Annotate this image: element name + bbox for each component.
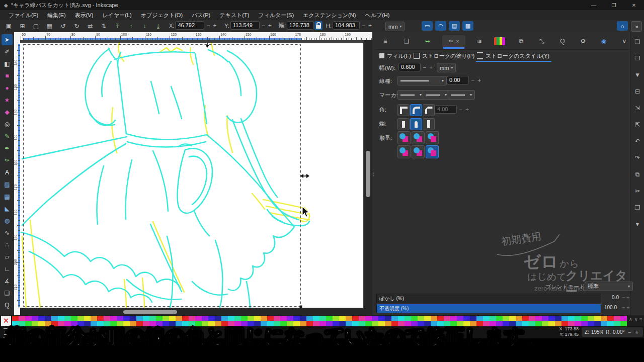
- horizontal-ruler[interactable]: 60708090100110120130140150160170180190: [14, 32, 372, 40]
- palette-swatch[interactable]: [45, 316, 51, 321]
- calligraphy-tool[interactable]: ✑: [2, 155, 13, 166]
- palette-swatch[interactable]: [176, 316, 182, 321]
- scale-handle-arrow-top[interactable]: [206, 43, 209, 48]
- height-increment[interactable]: +: [367, 22, 373, 29]
- palette-swatch[interactable]: [267, 316, 274, 321]
- height-decrement[interactable]: −: [361, 22, 366, 29]
- tweak-tool[interactable]: ∿: [2, 227, 13, 238]
- paint-order-button-4[interactable]: [397, 145, 411, 158]
- lower-to-bottom-icon[interactable]: ⤓: [151, 21, 165, 32]
- menu-item-9[interactable]: ヘルプ(H): [360, 11, 394, 20]
- horizontal-scrollbar-thumb[interactable]: [123, 310, 177, 314]
- dash-offset-value[interactable]: 0.00: [447, 76, 469, 84]
- palette-swatch[interactable]: [385, 316, 391, 321]
- vertical-scrollbar-thumb[interactable]: [366, 151, 370, 197]
- opacity-increment[interactable]: +: [626, 304, 629, 310]
- palette-swatch[interactable]: [411, 316, 418, 321]
- more-dialogs-icon[interactable]: ∨: [618, 35, 631, 47]
- width-spin[interactable]: 幅: 126.738: [279, 21, 314, 30]
- minimize-button[interactable]: —: [584, 0, 604, 10]
- palette-swatch[interactable]: [503, 316, 509, 321]
- palette-swatch[interactable]: [568, 316, 575, 321]
- connector-tool[interactable]: ∟: [2, 263, 13, 275]
- raise-to-top-icon[interactable]: ⤒: [111, 21, 124, 32]
- palette-swatch[interactable]: [333, 316, 339, 321]
- palette-swatch[interactable]: [319, 316, 326, 321]
- mesh-tool[interactable]: ▦: [2, 191, 13, 202]
- marker-dropdown-3[interactable]: ▾: [448, 90, 475, 100]
- palette-swatch[interactable]: [117, 316, 123, 321]
- menu-item-5[interactable]: パス(P): [187, 11, 215, 20]
- flip-vertical-icon[interactable]: ⇅: [97, 21, 111, 32]
- palette-swatch[interactable]: [378, 316, 385, 321]
- marker-dropdown-1[interactable]: ▾: [397, 90, 425, 100]
- dash-offset-increment[interactable]: +: [476, 77, 482, 84]
- menu-item-2[interactable]: 表示(V): [70, 11, 98, 20]
- miter-limit-spin[interactable]: 4.00 − +: [435, 105, 470, 114]
- pen-tool[interactable]: ✒: [2, 143, 13, 154]
- more-icon[interactable]: ▾: [632, 219, 643, 230]
- blend-mode-dropdown[interactable]: 標準 ▾: [585, 282, 633, 291]
- maximize-button[interactable]: ❐: [604, 0, 624, 10]
- marker-dropdown-2[interactable]: ▾: [423, 90, 450, 100]
- palette-swatch[interactable]: [287, 316, 293, 321]
- y-increment[interactable]: +: [267, 22, 273, 29]
- document-properties-icon[interactable]: ❏: [400, 35, 413, 47]
- palette-swatch[interactable]: [588, 316, 594, 321]
- menu-item-4[interactable]: オブジェクト(O): [136, 11, 187, 20]
- scale-patterns-toggle[interactable]: ▩: [462, 21, 473, 31]
- palette-swatch[interactable]: [398, 316, 405, 321]
- palette-swatch[interactable]: [274, 316, 280, 321]
- palette-swatch[interactable]: [12, 316, 19, 321]
- dropper-tool[interactable]: ◣: [2, 203, 13, 214]
- palette-swatch[interactable]: [463, 316, 470, 321]
- scale-stroke-toggle[interactable]: ▭: [422, 21, 433, 31]
- objects-dialog-icon[interactable]: ⧉: [515, 35, 528, 47]
- palette-swatch[interactable]: [594, 316, 601, 321]
- x-position-spin[interactable]: X: 46.792 − +: [169, 21, 217, 30]
- palette-swatch[interactable]: [339, 316, 346, 321]
- paint-order-button-2[interactable]: [412, 131, 425, 144]
- palette-swatch[interactable]: [444, 316, 450, 321]
- palette-swatch[interactable]: [614, 316, 620, 321]
- palette-swatch[interactable]: [182, 316, 189, 321]
- palette-swatch[interactable]: [215, 316, 221, 321]
- palette-swatch[interactable]: [293, 316, 300, 321]
- palette-swatch[interactable]: [300, 316, 306, 321]
- palette-swatch[interactable]: [352, 316, 359, 321]
- preferences-dialog-icon[interactable]: ⚙: [577, 35, 590, 47]
- palette-swatch[interactable]: [483, 316, 490, 321]
- zoom-tool[interactable]: Q: [2, 300, 13, 311]
- flip-horizontal-icon[interactable]: ⇄: [84, 21, 97, 32]
- palette-swatch[interactable]: [169, 316, 176, 321]
- palette-swatch[interactable]: [431, 316, 437, 321]
- eraser-tool[interactable]: ▱: [2, 251, 13, 262]
- palette-swatch[interactable]: [254, 316, 261, 321]
- y-value[interactable]: 113.549: [230, 21, 260, 30]
- rotate-cw-icon[interactable]: ↻: [70, 21, 84, 32]
- spray-tool[interactable]: ∴: [2, 239, 13, 250]
- palette-swatch[interactable]: [110, 316, 117, 321]
- rectangle-tool[interactable]: ■: [2, 70, 13, 81]
- stroke-width-increment[interactable]: +: [428, 64, 434, 71]
- palette-swatch[interactable]: [71, 316, 77, 321]
- layers-dialog-icon[interactable]: ≋: [473, 35, 486, 47]
- snap-toggle-button[interactable]: ∩: [617, 21, 628, 31]
- palette-swatch[interactable]: [202, 316, 208, 321]
- selector-tool[interactable]: ➤: [2, 34, 13, 45]
- palette-swatch[interactable]: [561, 316, 568, 321]
- palette-swatch[interactable]: [542, 316, 548, 321]
- palette-swatch[interactable]: [476, 316, 483, 321]
- pages-tool[interactable]: ❏: [2, 288, 13, 299]
- palette-swatch[interactable]: [77, 316, 84, 321]
- document-page[interactable]: [20, 43, 363, 308]
- palette-swatch[interactable]: [195, 316, 202, 321]
- horizontal-scrollbar[interactable]: [20, 308, 372, 315]
- scale-gradients-toggle[interactable]: ▤: [449, 21, 460, 31]
- palette-menu-icon[interactable]: ≡: [639, 317, 642, 322]
- opacity-value[interactable]: 100.0: [598, 305, 617, 310]
- palette-swatch[interactable]: [490, 316, 496, 321]
- copy-icon[interactable]: ⧉: [632, 169, 643, 180]
- width-value[interactable]: 126.738: [287, 21, 314, 30]
- new-document-icon[interactable]: ❑: [632, 36, 643, 47]
